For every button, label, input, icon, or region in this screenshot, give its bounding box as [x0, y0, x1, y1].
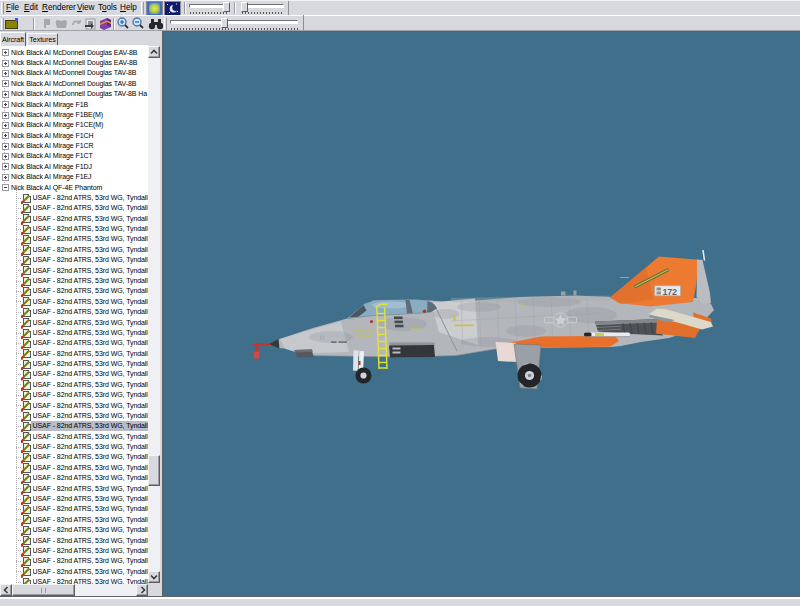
svg-text:172: 172: [663, 287, 677, 297]
